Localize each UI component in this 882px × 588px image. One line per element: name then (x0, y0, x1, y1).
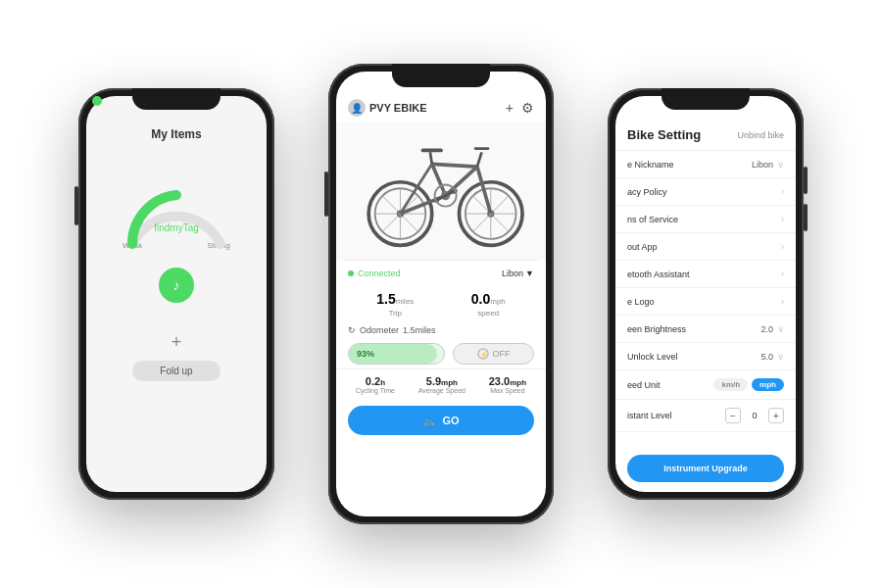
svg-line-16 (432, 164, 446, 195)
trip-unit: miles (396, 297, 415, 306)
speed-unit-buttons: km/h mph (713, 378, 784, 391)
bottom-stats-row: 0.2h Cycling Time 5.9mph Average Speed 2… (336, 368, 546, 400)
fold-up-button[interactable]: Fold up (132, 361, 220, 381)
setting-brightness: een Brightness 2.0 ∨ (615, 316, 796, 343)
music-icon: ♪ (173, 277, 180, 293)
stepper-plus[interactable]: + (768, 408, 784, 423)
connection-bar: Connected Libon ▼ (336, 261, 546, 286)
trip-value: 1.5miles (376, 290, 414, 308)
connected-label: Connected (358, 269, 401, 278)
nickname-label: e Nickname (627, 160, 674, 170)
cycling-time-stat: 0.2h Cycling Time (356, 375, 395, 394)
terms-chevron: › (781, 214, 784, 224)
svg-line-17 (432, 164, 477, 167)
status-indicator (92, 96, 102, 106)
dropdown-icon: ▼ (525, 269, 534, 278)
music-button[interactable]: ♪ (159, 268, 194, 303)
left-screen-title: My Items (151, 127, 201, 141)
phones-container: My Items findmyTag Weak Strong (0, 0, 882, 588)
assist-level-label: istant Level (627, 411, 672, 420)
setting-bluetooth[interactable]: etooth Assistant › (615, 261, 796, 288)
assist-stepper: − 0 + (725, 408, 784, 423)
trip-stat: 1.5miles Trip (376, 290, 414, 318)
notch-right (662, 96, 750, 110)
stepper-minus[interactable]: − (725, 408, 741, 423)
odometer-label: Odometer (360, 325, 399, 335)
unlock-label: Unlock Level (627, 352, 678, 362)
connected-badge: Connected (348, 269, 401, 278)
speed-number: 0.0 (471, 291, 490, 307)
logo-chevron: › (781, 296, 784, 307)
unlock-value[interactable]: 5.0 ∨ (760, 351, 784, 362)
about-chevron: › (781, 241, 784, 252)
setting-about[interactable]: out App › (615, 233, 796, 261)
stepper-value: 0 (749, 411, 760, 420)
odometer-icon: ↻ (348, 325, 356, 335)
svg-line-23 (430, 152, 432, 164)
bike-svg (348, 132, 534, 250)
center-title: PVY EBIKE (369, 102, 427, 114)
cycling-time-label: Cycling Time (356, 387, 395, 394)
add-item-button[interactable]: + (172, 332, 182, 353)
svg-text:findmyTag: findmyTag (154, 222, 199, 233)
bike-image-area (336, 122, 546, 260)
add-icon[interactable]: + (506, 100, 514, 116)
assist-bar: ⚡ OFF (453, 343, 534, 365)
bike-setting-title: Bike Setting (627, 127, 701, 142)
battery-assist-row: 93% ⚡ OFF (336, 339, 546, 368)
center-phone-screen: 👤 PVY EBIKE + ⚙ (336, 72, 546, 516)
location-label: Libon (502, 269, 523, 278)
left-screen-content: My Items findmyTag Weak Strong (86, 96, 267, 492)
about-label: out App (627, 242, 658, 252)
brightness-value[interactable]: 2.0 ∨ (760, 323, 784, 334)
terms-label: ns of Service (627, 215, 678, 224)
odometer-value: 1.5miles (403, 325, 436, 335)
mph-button[interactable]: mph (752, 378, 784, 391)
setting-terms[interactable]: ns of Service › (615, 206, 796, 233)
speed-unit-row: eed Unit km/h mph (615, 370, 796, 400)
odometer-row: ↻ Odometer 1.5miles (336, 321, 546, 339)
stats-row: 1.5miles Trip 0.0mph speed (336, 286, 546, 321)
privacy-label: acy Policy (627, 187, 667, 197)
assist-status: OFF (493, 349, 511, 359)
connected-dot (348, 270, 354, 276)
location-dropdown[interactable]: Libon ▼ (502, 269, 534, 278)
settings-list: e Nickname Libon ∨ acy Policy › ns of Se… (615, 151, 796, 445)
max-speed-stat: 23.0mph Max Speed (489, 375, 526, 394)
left-phone-screen: My Items findmyTag Weak Strong (86, 96, 267, 492)
svg-text:⚡: ⚡ (479, 351, 487, 359)
setting-privacy[interactable]: acy Policy › (615, 178, 796, 206)
logo-label: e Logo (627, 297, 655, 307)
nickname-value[interactable]: Libon ∨ (752, 159, 784, 170)
notch-left (132, 96, 220, 110)
assist-level-row: istant Level − 0 + (615, 400, 796, 432)
go-bike-icon: 🚲 (422, 415, 436, 427)
setting-unlock: Unlock Level 5.0 ∨ (615, 343, 796, 370)
settings-icon[interactable]: ⚙ (521, 100, 534, 116)
center-screen-content: 👤 PVY EBIKE + ⚙ (336, 72, 546, 516)
cycling-time-value: 0.2h (356, 375, 395, 387)
right-header: Bike Setting Unbind bike (615, 123, 796, 151)
max-speed-value: 23.0mph (489, 375, 526, 387)
right-phone-screen: Bike Setting Unbind bike e Nickname Libo… (615, 96, 796, 492)
privacy-chevron: › (781, 186, 784, 197)
battery-bar: 93% (348, 343, 445, 365)
unbind-button[interactable]: Unbind bike (737, 130, 784, 140)
phone-left: My Items findmyTag Weak Strong (78, 88, 274, 500)
battery-percentage: 93% (357, 349, 374, 359)
trip-label: Trip (376, 309, 414, 318)
brightness-label: een Brightness (627, 324, 686, 334)
kmh-button[interactable]: km/h (713, 378, 748, 391)
avg-speed-stat: 5.9mph Average Speed (418, 375, 466, 394)
center-header-right: + ⚙ (506, 100, 534, 116)
bluetooth-label: etooth Assistant (627, 270, 690, 279)
upgrade-button[interactable]: Instrument Upgrade (627, 455, 784, 482)
avg-speed-value: 5.9mph (418, 375, 466, 387)
speed-value: 0.0mph (471, 290, 506, 308)
go-button[interactable]: 🚲 GO (348, 406, 534, 435)
center-header-left: 👤 PVY EBIKE (348, 99, 427, 117)
avg-speed-label: Average Speed (418, 387, 466, 394)
setting-nickname: e Nickname Libon ∨ (615, 151, 796, 178)
speed-unit-label: eed Unit (627, 380, 661, 390)
setting-logo[interactable]: e Logo › (615, 288, 796, 316)
